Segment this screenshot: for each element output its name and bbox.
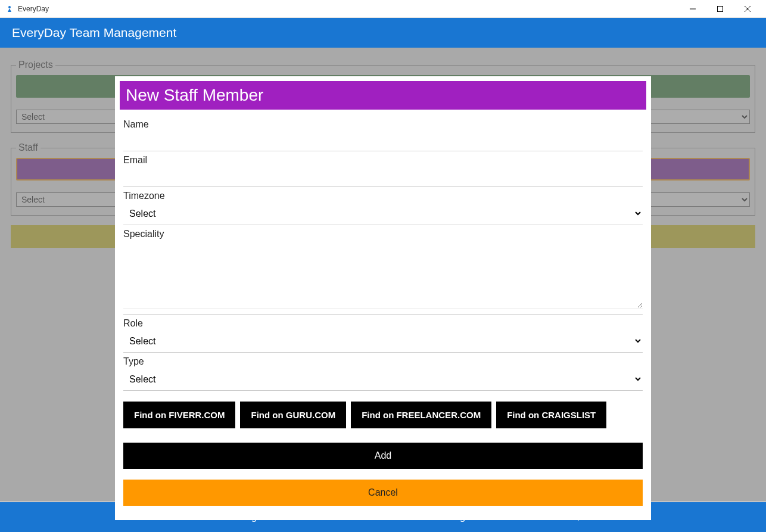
type-row: Type Select — [123, 354, 643, 391]
modal-body: Name Email Timezone Select Speciality Ro… — [115, 117, 651, 506]
speciality-row: Speciality — [123, 226, 643, 315]
timezone-select[interactable]: Select — [123, 205, 643, 222]
timezone-row: Timezone Select — [123, 188, 643, 225]
modal-title: New Staff Member — [120, 81, 646, 110]
speciality-textarea[interactable] — [123, 243, 643, 309]
type-select[interactable]: Select — [123, 371, 643, 387]
close-button[interactable] — [734, 0, 761, 18]
role-label: Role — [123, 318, 643, 329]
cancel-button[interactable]: Cancel — [123, 480, 643, 506]
window-titlebar: EveryDay — [0, 0, 766, 18]
svg-rect-2 — [718, 6, 723, 11]
find-freelancer-button[interactable]: Find on FREELANCER.COM — [351, 402, 491, 428]
role-select[interactable]: Select — [123, 332, 643, 349]
email-input[interactable] — [123, 169, 643, 183]
add-button[interactable]: Add — [123, 443, 643, 469]
email-row: Email — [123, 153, 643, 187]
app-header: EveryDay Team Management — [0, 18, 766, 48]
app-title: EveryDay Team Management — [12, 26, 176, 39]
name-label: Name — [123, 119, 643, 130]
find-guru-button[interactable]: Find on GURU.COM — [240, 402, 346, 428]
maximize-button[interactable] — [706, 0, 734, 18]
window-title: EveryDay — [18, 5, 679, 13]
email-label: Email — [123, 155, 643, 166]
speciality-label: Speciality — [123, 229, 643, 239]
new-staff-modal: New Staff Member Name Email Timezone Sel… — [115, 76, 651, 520]
name-row: Name — [123, 117, 643, 151]
name-input[interactable] — [123, 133, 643, 148]
app-icon — [5, 4, 14, 14]
timezone-label: Timezone — [123, 191, 643, 201]
minimize-button[interactable] — [679, 0, 706, 18]
role-row: Role Select — [123, 316, 643, 353]
window-controls — [679, 0, 761, 18]
find-buttons-row: Find on FIVERR.COM Find on GURU.COM Find… — [123, 402, 643, 428]
find-craigslist-button[interactable]: Find on CRAIGSLIST — [496, 402, 606, 428]
type-label: Type — [123, 356, 643, 367]
svg-point-0 — [8, 6, 11, 8]
find-fiverr-button[interactable]: Find on FIVERR.COM — [123, 402, 235, 428]
